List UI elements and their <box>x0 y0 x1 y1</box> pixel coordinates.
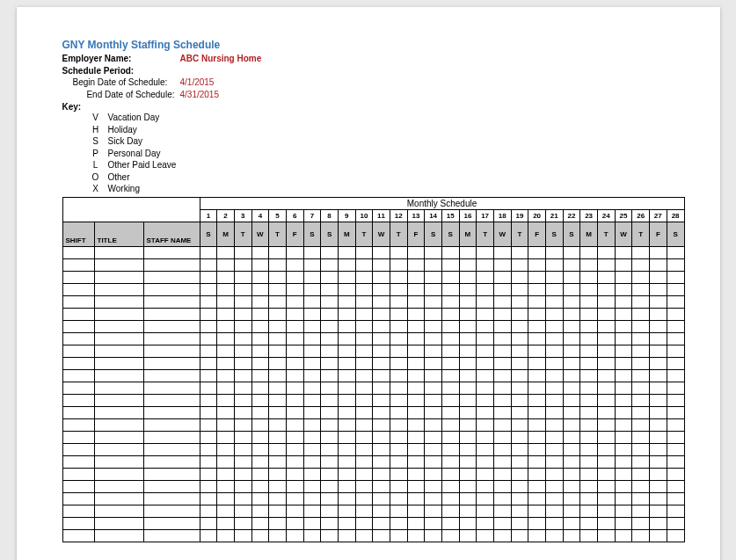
day-number: 18 <box>493 209 511 222</box>
day-number: 3 <box>234 209 251 222</box>
day-weekday: W <box>615 222 632 246</box>
key-desc: Working <box>108 183 141 195</box>
day-number: 11 <box>373 209 390 222</box>
table-row <box>62 271 684 283</box>
monthly-schedule-header: Monthly Schedule <box>200 197 684 209</box>
day-number: 24 <box>597 209 615 222</box>
day-number: 23 <box>580 209 598 222</box>
day-weekday: M <box>338 222 355 246</box>
day-weekday: S <box>303 222 321 246</box>
day-number: 4 <box>251 209 269 222</box>
day-weekday: T <box>234 222 251 246</box>
begin-label: Begin Date of Schedule: <box>73 76 175 89</box>
key-row: VVacation Day <box>62 112 685 124</box>
day-weekday: W <box>373 222 390 246</box>
key-row: LOther Paid Leave <box>62 159 685 171</box>
table-row <box>62 382 684 394</box>
table-row <box>62 529 684 542</box>
key-code: X <box>84 183 108 195</box>
day-number: 7 <box>303 209 321 222</box>
end-value: 4/31/2015 <box>180 89 220 101</box>
key-code: P <box>84 148 108 160</box>
day-number: 15 <box>441 209 459 222</box>
day-number: 9 <box>338 209 355 222</box>
key-row: PPersonal Day <box>62 148 685 160</box>
table-row <box>62 332 684 345</box>
period-label: Schedule Period: <box>62 65 175 77</box>
col-title: TITLE <box>94 222 143 246</box>
day-number: 14 <box>425 209 442 222</box>
day-weekday: T <box>632 222 650 246</box>
key-label: Key: <box>62 102 685 112</box>
table-row <box>62 443 684 455</box>
table-row <box>62 357 684 369</box>
table-row <box>62 418 684 431</box>
day-number: 8 <box>321 209 339 222</box>
employer-value: ABC Nursing Home <box>180 53 262 65</box>
table-row <box>62 492 684 505</box>
day-weekday: M <box>580 222 598 246</box>
day-number: 19 <box>511 209 528 222</box>
day-number: 10 <box>355 209 373 222</box>
schedule-table: Monthly Schedule123456789101112131415161… <box>62 197 685 542</box>
day-number: 12 <box>390 209 407 222</box>
day-weekday: T <box>269 222 287 246</box>
day-weekday: M <box>459 222 477 246</box>
employer-row: Employer Name: ABC Nursing Home <box>62 53 685 65</box>
table-row <box>62 295 684 308</box>
day-weekday: S <box>425 222 442 246</box>
day-weekday: T <box>511 222 528 246</box>
day-number: 28 <box>667 209 684 222</box>
key-desc: Personal Day <box>108 148 161 160</box>
employer-label: Employer Name: <box>62 53 175 65</box>
key-desc: Other <box>108 171 130 184</box>
key-code: H <box>84 124 108 136</box>
table-row <box>62 258 684 271</box>
key-code: V <box>84 112 108 124</box>
day-number: 22 <box>563 209 580 222</box>
table-row <box>62 369 684 382</box>
key-code: L <box>84 159 108 171</box>
day-weekday: T <box>355 222 373 246</box>
day-weekday: T <box>477 222 494 246</box>
day-weekday: W <box>493 222 511 246</box>
table-row <box>62 455 684 468</box>
day-number: 13 <box>407 209 425 222</box>
day-number: 17 <box>477 209 494 222</box>
end-row: End Date of Schedule: 4/31/2015 <box>62 89 685 101</box>
key-section: Key: VVacation DayHHolidaySSick DayPPers… <box>62 102 685 195</box>
col-staff: STAFF NAME <box>143 222 200 246</box>
day-number: 16 <box>459 209 477 222</box>
day-number: 5 <box>269 209 287 222</box>
day-weekday: F <box>528 222 546 246</box>
begin-value: 4/1/2015 <box>180 76 215 89</box>
table-row <box>62 394 684 406</box>
day-weekday: F <box>649 222 667 246</box>
day-weekday: F <box>407 222 425 246</box>
table-row <box>62 283 684 295</box>
day-weekday: M <box>217 222 235 246</box>
table-row <box>62 345 684 357</box>
day-number: 21 <box>545 209 563 222</box>
key-code: O <box>84 171 108 184</box>
period-row: Schedule Period: <box>62 65 685 77</box>
day-weekday: S <box>545 222 563 246</box>
key-code: S <box>84 135 108 148</box>
day-number: 20 <box>528 209 546 222</box>
table-row <box>62 308 684 320</box>
table-row <box>62 320 684 332</box>
key-row: XWorking <box>62 183 685 195</box>
table-row <box>62 517 684 529</box>
table-row <box>62 480 684 492</box>
day-weekday: S <box>667 222 684 246</box>
day-weekday: F <box>286 222 303 246</box>
begin-row: Begin Date of Schedule: 4/1/2015 <box>62 76 685 89</box>
day-weekday: S <box>441 222 459 246</box>
day-weekday: S <box>200 222 217 246</box>
table-row <box>62 505 684 517</box>
key-desc: Holiday <box>108 124 137 136</box>
day-number: 6 <box>286 209 303 222</box>
table-row <box>62 468 684 480</box>
key-desc: Other Paid Leave <box>108 159 177 171</box>
day-weekday: T <box>597 222 615 246</box>
